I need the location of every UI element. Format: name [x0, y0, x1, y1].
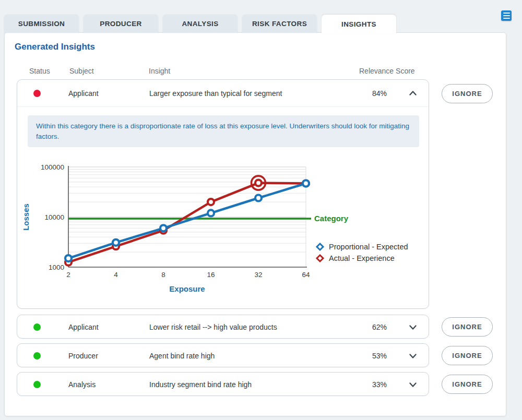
- page-title: Generated Insights: [15, 42, 95, 52]
- tab-analysis[interactable]: ANALYSIS: [163, 15, 238, 33]
- chevron-down-icon[interactable]: [407, 321, 419, 333]
- svg-text:4: 4: [114, 271, 118, 279]
- column-header-insight: Insight: [149, 67, 170, 75]
- ignore-button[interactable]: IGNORE: [442, 375, 493, 394]
- insight-card-expanded: Applicant Larger exposure than typical f…: [17, 79, 429, 309]
- insight-card: Producer Agent bind rate high 53%: [17, 343, 429, 367]
- svg-text:16: 16: [207, 271, 215, 279]
- tab-risk-factors[interactable]: RISK FACTORS: [242, 15, 317, 33]
- svg-text:Exposure: Exposure: [169, 284, 205, 293]
- relevance-score: 62%: [345, 323, 387, 331]
- insight-text: Lower risk retail --> high value product…: [149, 323, 277, 331]
- insight-card: Applicant Lower risk retail --> high val…: [17, 315, 429, 339]
- svg-text:100000: 100000: [41, 163, 64, 171]
- status-dot: [33, 352, 41, 359]
- relevance-score: 33%: [345, 380, 387, 389]
- svg-text:32: 32: [254, 271, 262, 279]
- insight-row[interactable]: Applicant Lower risk retail --> high val…: [17, 315, 429, 339]
- chevron-down-icon[interactable]: [407, 350, 419, 362]
- insight-card: Analysis Industry segment bind rate high…: [17, 372, 429, 396]
- column-header-subject: Subject: [69, 67, 94, 75]
- svg-text:1000: 1000: [49, 263, 64, 271]
- tab-producer[interactable]: PRODUCER: [84, 15, 158, 33]
- chevron-down-icon[interactable]: [407, 378, 419, 391]
- insight-text: Agent bind rate high: [149, 352, 215, 360]
- losses-exposure-chart: Category100010000100000248163264LossesEx…: [21, 160, 425, 296]
- relevance-score: 53%: [345, 352, 387, 360]
- ignore-button[interactable]: IGNORE: [442, 317, 493, 337]
- ignore-button[interactable]: IGNORE: [442, 84, 493, 103]
- insight-note: Within this category there is a dispropo…: [28, 115, 419, 147]
- status-dot: [33, 90, 41, 97]
- svg-text:10000: 10000: [44, 213, 64, 221]
- insight-row[interactable]: Applicant Larger exposure than typical f…: [17, 80, 429, 107]
- insights-page: SUBMISSION PRODUCER ANALYSIS RISK FACTOR…: [0, 0, 522, 420]
- chevron-up-icon[interactable]: [407, 87, 419, 100]
- insight-row[interactable]: Analysis Industry segment bind rate high…: [17, 373, 429, 397]
- svg-text:Actual - Experience: Actual - Experience: [329, 254, 395, 262]
- insight-text: Larger exposure than typical for segment: [149, 89, 282, 98]
- insight-subject: Applicant: [68, 89, 99, 98]
- column-header-relevance: Relevance Score: [359, 67, 415, 75]
- svg-text:64: 64: [302, 271, 310, 279]
- tab-submission[interactable]: SUBMISSION: [4, 15, 79, 33]
- column-header-status: Status: [29, 67, 50, 75]
- insight-text: Industry segment bind rate high: [149, 380, 252, 389]
- ignore-button[interactable]: IGNORE: [442, 346, 493, 365]
- insight-row[interactable]: Producer Agent bind rate high 53%: [17, 344, 429, 368]
- list-menu-icon[interactable]: [501, 10, 512, 21]
- insight-subject: Applicant: [68, 323, 99, 331]
- svg-text:2: 2: [66, 271, 70, 279]
- status-dot: [33, 323, 41, 331]
- status-dot: [33, 381, 41, 388]
- svg-text:Losses: Losses: [21, 203, 30, 231]
- insight-subject: Analysis: [68, 380, 96, 389]
- svg-text:8: 8: [161, 271, 165, 279]
- tab-bar: SUBMISSION PRODUCER ANALYSIS RISK FACTOR…: [4, 15, 396, 34]
- tab-insights[interactable]: INSIGHTS: [322, 15, 396, 34]
- insight-subject: Producer: [68, 352, 98, 360]
- relevance-score: 84%: [345, 89, 387, 98]
- svg-text:Proportional - Expected: Proportional - Expected: [329, 243, 408, 251]
- svg-text:Category: Category: [314, 214, 349, 223]
